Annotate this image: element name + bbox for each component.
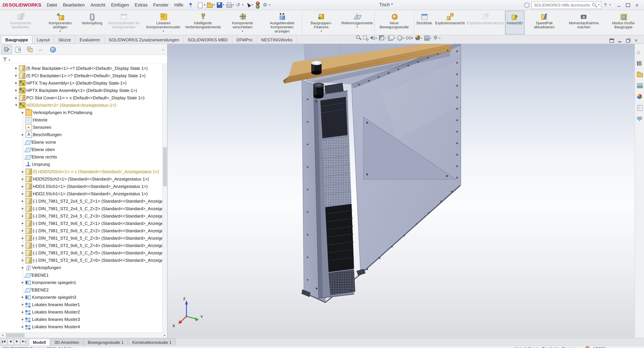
hud-button[interactable]: ▾ — [424, 34, 432, 41]
expand-arrow-icon[interactable] — [20, 332, 25, 332]
dropdown-arrow-icon[interactable]: ▾ — [356, 25, 358, 28]
view-palette-icon[interactable] — [636, 82, 643, 89]
tree-item[interactable]: (f) Rear Backplate<1>->? (Default<<Defau… — [0, 64, 167, 72]
tree-item[interactable]: (f) HDD525Sch<1>-> x (Standard<<Standard… — [0, 168, 167, 175]
expand-arrow-icon[interactable] — [20, 236, 25, 240]
quick-access-button[interactable]: ▾ — [226, 1, 234, 9]
expand-arrow-icon[interactable] — [20, 317, 25, 321]
web-help-icon[interactable] — [524, 2, 530, 7]
tree-item[interactable]: Lokales lineares Muster4 — [0, 323, 167, 330]
hud-button[interactable]: ▾ — [432, 34, 441, 41]
tree-item[interactable]: Komponente spiegeln3 — [0, 293, 167, 301]
quick-access-button[interactable]: ▾ — [235, 1, 244, 9]
expand-arrow-icon[interactable] — [20, 214, 25, 218]
tab-konstruktionsstudie-1[interactable]: Konstruktionsstudie 1 — [128, 339, 176, 346]
ribbon-button[interactable]: Komponenten einfügen ▾ — [40, 11, 80, 34]
scroll-thumb[interactable] — [6, 333, 25, 338]
doc-close-icon[interactable] — [633, 37, 640, 43]
featuremanager-tab[interactable] — [36, 44, 46, 54]
units-dropdown-icon[interactable] — [610, 346, 611, 348]
expand-arrow-icon[interactable] — [20, 295, 25, 299]
expand-arrow-icon[interactable] — [20, 177, 25, 181]
ribbon-button[interactable]: Explosionsansicht — [434, 11, 466, 34]
dropdown-arrow-icon[interactable]: ▾ — [60, 30, 61, 32]
expand-arrow-icon[interactable] — [20, 266, 25, 270]
expand-arrow-icon[interactable] — [20, 325, 25, 329]
expand-arrow-icon[interactable] — [20, 132, 25, 137]
expand-arrow-icon[interactable] — [20, 199, 25, 203]
menu-hilfe[interactable]: Hilfe — [172, 0, 186, 10]
doc-minimize-icon[interactable] — [616, 37, 624, 43]
tree-item[interactable]: (-) DIN_7981_ST2_2x4_5_C_Z<3> (Standard<… — [0, 212, 167, 220]
tree-item[interactable]: (-) DIN_7981_ST2_9x6_5_C_Z<4> (Standard<… — [0, 242, 167, 249]
tree-item[interactable]: Ebene oben — [0, 146, 167, 153]
expand-arrow-icon[interactable] — [20, 207, 25, 211]
expand-arrow-icon[interactable] — [20, 229, 25, 233]
ribbon-button[interactable]: Instant3D — [505, 11, 524, 34]
custom-properties-icon[interactable] — [636, 104, 643, 111]
hud-button[interactable]: ▾ — [387, 34, 396, 41]
ribbon-button[interactable]: Intelligente Verbindungselemente — [183, 11, 223, 34]
minimize-button[interactable] — [614, 1, 624, 8]
tab-evaluieren[interactable]: Evaluieren — [76, 36, 104, 43]
ribbon-button[interactable]: Komponente verschieben ▾ — [223, 11, 262, 34]
quick-access-button[interactable]: ▾ — [216, 1, 224, 9]
tree-item[interactable]: Lokales lineares Muster5 — [0, 330, 167, 332]
tab-dfmpro[interactable]: DFMPro — [232, 36, 257, 43]
tree-item[interactable]: Ebene vorne — [0, 138, 167, 146]
help-button[interactable]: ? — [603, 2, 608, 7]
previous-tab-icon[interactable] — [8, 339, 14, 345]
ribbon-button[interactable]: Vorschaufenster für Komponenten — [104, 11, 144, 34]
dropdown-arrow-icon[interactable]: ▾ — [252, 3, 253, 7]
scroll-thumb[interactable] — [163, 147, 167, 186]
next-tab-icon[interactable] — [14, 339, 20, 345]
dropdown-arrow-icon[interactable]: ▾ — [376, 36, 377, 39]
dropdown-arrow-icon[interactable]: ▾ — [403, 36, 404, 39]
expand-arrow-icon[interactable] — [14, 96, 18, 100]
expand-arrow-icon[interactable] — [14, 81, 18, 85]
expand-arrow-icon[interactable] — [20, 184, 25, 188]
ribbon-button[interactable]: Neue Bewegungsstudie — [374, 11, 414, 34]
search-dropdown-icon[interactable]: ▾ — [598, 3, 600, 7]
quick-access-button[interactable]: ▾ — [245, 1, 253, 9]
dropdown-arrow-icon[interactable]: ▾ — [242, 3, 244, 7]
tab-skizze[interactable]: Skizze — [54, 36, 76, 43]
hud-button[interactable]: ▾ — [414, 34, 423, 41]
menu-extras[interactable]: Extras — [132, 0, 150, 10]
dropdown-arrow-icon[interactable]: ▾ — [421, 36, 422, 39]
expand-arrow-icon[interactable] — [20, 303, 25, 307]
quick-access-button[interactable]: ▾ — [206, 1, 215, 9]
tab-baugruppe[interactable]: Baugruppe — [1, 35, 33, 43]
resources-home-icon[interactable] — [636, 49, 643, 56]
appearances-scenes-icon[interactable] — [636, 93, 643, 100]
menu-datei[interactable]: Datei — [44, 0, 60, 10]
hud-button[interactable] — [362, 34, 369, 41]
ribbon-button[interactable]: Momentaufnahme machen — [564, 11, 604, 34]
menu-ansicht[interactable]: Ansicht — [88, 0, 108, 10]
expand-arrow-icon[interactable] — [14, 103, 18, 107]
expand-arrow-icon[interactable] — [20, 310, 25, 314]
tree-item[interactable]: HDD3.5Sch1<1> (Standard<<Standard>_Anzei… — [0, 183, 167, 190]
dropdown-arrow-icon[interactable]: ▾ — [439, 36, 440, 39]
pane-icon[interactable] — [608, 37, 615, 43]
first-tab-icon[interactable] — [1, 339, 7, 345]
dropdown-arrow-icon[interactable]: ▾ — [385, 36, 386, 39]
dropdown-arrow-icon[interactable]: ▾ — [232, 3, 234, 7]
expand-arrow-icon[interactable] — [20, 243, 25, 248]
tree-item[interactable]: Historie — [0, 116, 167, 123]
units-selector[interactable]: MMGS — [594, 346, 606, 348]
featuremanager-tab[interactable] — [24, 44, 35, 54]
featuremanager-tab[interactable] — [1, 44, 12, 54]
design-library-icon[interactable] — [636, 60, 643, 67]
hud-button[interactable]: ▾ — [396, 34, 405, 41]
featuremanager-tab[interactable] — [13, 44, 24, 54]
ribbon-button[interactable]: Baugruppen-Features ▾ — [302, 11, 340, 34]
ribbon-button[interactable]: Verknüpfung — [80, 11, 104, 34]
doc-restore-icon[interactable] — [625, 37, 632, 43]
tree-horizontal-scrollbar[interactable] — [0, 333, 167, 338]
hud-button[interactable]: ▾ — [406, 34, 414, 41]
tree-item[interactable]: EBENE2 — [0, 286, 167, 293]
expand-arrow-icon[interactable] — [20, 280, 25, 285]
tree-item[interactable]: Verknüpfungen in PCHalterung — [0, 109, 167, 116]
expand-arrow-icon[interactable] — [20, 221, 25, 225]
